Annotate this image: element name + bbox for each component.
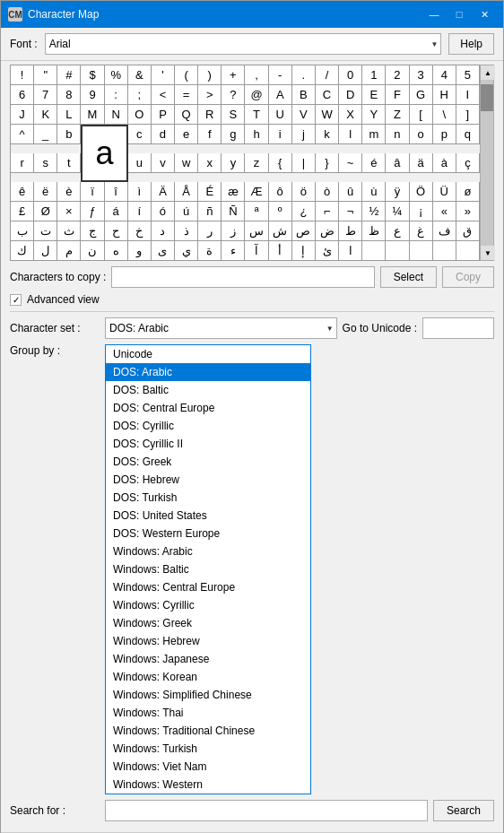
char-cell[interactable]: ç bbox=[456, 153, 480, 173]
copy-button[interactable]: Copy bbox=[442, 266, 494, 288]
char-cell[interactable]: ى bbox=[152, 241, 175, 261]
char-cell[interactable]: » bbox=[456, 202, 480, 221]
char-cell[interactable]: e bbox=[175, 125, 198, 144]
dropdown-item[interactable]: DOS: Turkish bbox=[106, 489, 310, 507]
dropdown-item[interactable]: Windows: Korean bbox=[106, 668, 310, 686]
char-cell[interactable]: I bbox=[456, 85, 480, 105]
char-cell[interactable]: ض bbox=[316, 221, 339, 241]
char-cell[interactable]: 6 bbox=[11, 85, 34, 105]
char-cell[interactable]: p bbox=[433, 125, 456, 144]
dropdown-item[interactable]: Windows: Cyrillic bbox=[106, 596, 310, 614]
char-cell[interactable]: r bbox=[11, 153, 34, 173]
char-cell[interactable]: 3 bbox=[410, 65, 433, 85]
char-cell[interactable]: g bbox=[222, 125, 245, 144]
char-cell[interactable]: z bbox=[245, 153, 268, 173]
char-cell[interactable]: c bbox=[128, 125, 152, 144]
dropdown-item[interactable]: Windows: Turkish bbox=[106, 740, 310, 758]
char-cell[interactable]: ò bbox=[316, 182, 339, 202]
char-cell[interactable]: k bbox=[316, 125, 339, 144]
group-by-dropdown[interactable]: UnicodeDOS: ArabicDOS: BalticDOS: Centra… bbox=[105, 344, 311, 794]
char-cell[interactable]: ù bbox=[362, 182, 386, 202]
char-cell[interactable]: 0 bbox=[339, 65, 362, 85]
char-cell[interactable]: v bbox=[152, 153, 175, 173]
char-cell[interactable]: ä bbox=[410, 153, 433, 173]
char-cell[interactable]: û bbox=[339, 182, 362, 202]
char-cell[interactable]: â bbox=[386, 153, 409, 173]
char-cell[interactable]: ^ bbox=[11, 125, 34, 144]
char-cell[interactable]: آ bbox=[245, 241, 268, 261]
char-cell[interactable]: ⌐ bbox=[316, 202, 339, 221]
char-cell[interactable]: + bbox=[222, 65, 245, 85]
characters-to-copy-input[interactable] bbox=[111, 266, 374, 288]
char-cell[interactable]: إ bbox=[292, 241, 316, 261]
scroll-thumb[interactable] bbox=[481, 84, 493, 111]
help-button[interactable]: Help bbox=[448, 33, 494, 55]
char-cell[interactable]: د bbox=[152, 221, 175, 241]
dropdown-item[interactable]: Windows: Viet Nam bbox=[106, 758, 310, 776]
char-cell[interactable]: : bbox=[105, 85, 128, 105]
char-cell[interactable]: [ bbox=[410, 105, 433, 125]
go-to-unicode-input[interactable] bbox=[422, 317, 494, 339]
char-cell[interactable]: ø bbox=[456, 182, 480, 202]
char-cell[interactable]: 9 bbox=[81, 85, 104, 105]
char-cell[interactable]: Z bbox=[386, 105, 409, 125]
char-cell[interactable]: Ñ bbox=[222, 202, 245, 221]
char-cell[interactable]: b bbox=[57, 125, 81, 144]
char-cell[interactable]: w bbox=[175, 153, 198, 173]
char-cell[interactable]: % bbox=[105, 65, 128, 85]
char-cell[interactable]: æ bbox=[222, 182, 245, 202]
char-cell[interactable]: s bbox=[34, 153, 57, 173]
char-cell[interactable]: ê bbox=[11, 182, 34, 202]
char-cell[interactable]: Å bbox=[175, 182, 198, 202]
dropdown-item[interactable]: DOS: Hebrew bbox=[106, 471, 310, 489]
char-cell[interactable]: ك bbox=[11, 241, 34, 261]
char-cell[interactable] bbox=[386, 241, 409, 261]
char-cell[interactable]: ? bbox=[222, 85, 245, 105]
char-cell[interactable]: S bbox=[222, 105, 245, 125]
char-cell[interactable]: P bbox=[152, 105, 175, 125]
char-cell[interactable]: - bbox=[269, 65, 292, 85]
char-cell[interactable]: _ bbox=[34, 125, 57, 144]
char-cell[interactable]: M bbox=[81, 105, 104, 125]
scrollbar[interactable]: ▲ ▼ bbox=[480, 65, 494, 261]
char-cell[interactable]: ] bbox=[456, 105, 480, 125]
dropdown-item[interactable]: Windows: Simplified Chinese bbox=[106, 686, 310, 704]
char-cell[interactable]: W bbox=[316, 105, 339, 125]
char-cell[interactable]: K bbox=[34, 105, 57, 125]
char-cell[interactable]: ƒ bbox=[81, 202, 104, 221]
char-cell[interactable]: u bbox=[128, 153, 152, 173]
dropdown-item[interactable]: Windows: Japanese bbox=[106, 650, 310, 668]
char-cell[interactable]: á bbox=[105, 202, 128, 221]
char-cell[interactable]: ظ bbox=[362, 221, 386, 241]
dropdown-item[interactable]: Windows: Thai bbox=[106, 704, 310, 722]
char-cell[interactable]: ز bbox=[222, 221, 245, 241]
char-cell[interactable]: ر bbox=[198, 221, 222, 241]
char-cell[interactable]: ه bbox=[105, 241, 128, 261]
char-cell[interactable]: ½ bbox=[362, 202, 386, 221]
advanced-view-checkbox[interactable]: ✓ bbox=[10, 294, 22, 306]
char-cell[interactable]: ل bbox=[34, 241, 57, 261]
dropdown-item[interactable]: DOS: Central Europe bbox=[106, 399, 310, 417]
char-cell[interactable]: $ bbox=[81, 65, 104, 85]
char-cell[interactable]: ء bbox=[222, 241, 245, 261]
char-cell[interactable]: h bbox=[245, 125, 268, 144]
char-cell[interactable]: B bbox=[292, 85, 316, 105]
char-cell[interactable]: ë bbox=[34, 182, 57, 202]
scroll-down-arrow[interactable]: ▼ bbox=[481, 246, 495, 260]
char-cell[interactable]: Y bbox=[362, 105, 386, 125]
char-cell[interactable]: J bbox=[11, 105, 34, 125]
char-cell[interactable]: ' bbox=[152, 65, 175, 85]
dropdown-item[interactable]: Windows: Western bbox=[106, 776, 310, 794]
char-cell[interactable] bbox=[433, 241, 456, 261]
char-cell[interactable]: T bbox=[245, 105, 268, 125]
char-cell[interactable]: « bbox=[433, 202, 456, 221]
char-cell[interactable]: " bbox=[34, 65, 57, 85]
char-cell[interactable]: X bbox=[339, 105, 362, 125]
char-cell[interactable] bbox=[410, 241, 433, 261]
char-cell[interactable]: ا bbox=[339, 241, 362, 261]
scroll-up-arrow[interactable]: ▲ bbox=[481, 65, 495, 80]
char-cell[interactable]: ( bbox=[175, 65, 198, 85]
char-cell[interactable] bbox=[456, 241, 480, 261]
char-cell[interactable]: 8 bbox=[57, 85, 81, 105]
char-cell[interactable]: م bbox=[57, 241, 81, 261]
